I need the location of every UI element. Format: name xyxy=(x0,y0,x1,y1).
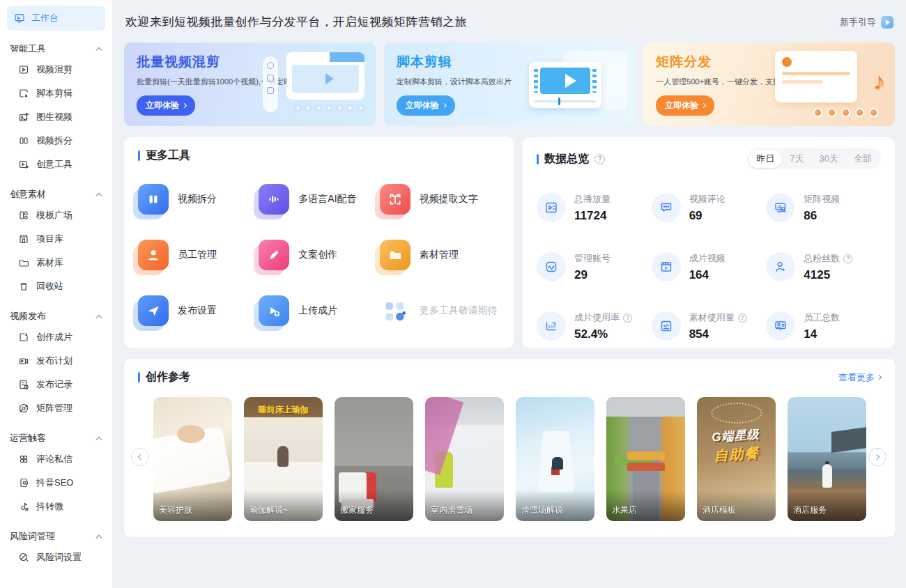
try-now-button[interactable]: 立即体验 xyxy=(656,95,714,116)
banner-batch-video-mix[interactable]: 批量视频混剪 批量剪辑(一天批量剪辑1000个视频),一键定时发布 立即体验 xyxy=(124,42,376,126)
video-card-beauty-skincare[interactable]: 美容护肤 xyxy=(153,397,232,521)
tool-staff-management[interactable]: 员工管理 xyxy=(138,240,259,270)
chevron-right-icon xyxy=(182,103,187,108)
carousel-next-button[interactable] xyxy=(868,448,886,466)
sidebar-item-label: 视频拆分 xyxy=(36,134,72,147)
tool-extract-text[interactable]: 视频提取文字 xyxy=(380,184,500,215)
stat-value: 86 xyxy=(804,209,840,223)
try-now-button[interactable]: 立即体验 xyxy=(397,95,455,116)
sidebar-item-creative-tools[interactable]: 创意工具 xyxy=(7,153,105,176)
sidebar-item-video-mix[interactable]: 视频混剪 xyxy=(7,58,105,82)
banner-matrix-distribution[interactable]: 矩阵分发 一人管理500+账号，一键分发，支持挂载POI 立即体验 ♪ xyxy=(643,42,895,126)
sidebar-item-dou-to-wei[interactable]: 抖转微 xyxy=(7,495,105,518)
comment-dm-icon xyxy=(18,454,29,465)
tool-material-management[interactable]: 素材管理 xyxy=(380,240,500,270)
extract-text-icon xyxy=(380,184,410,215)
help-icon[interactable]: ? xyxy=(623,314,632,323)
carousel-prev-button[interactable] xyxy=(131,448,149,466)
help-icon[interactable]: ? xyxy=(738,314,747,323)
video-title: 瑜伽解说~ xyxy=(249,504,288,516)
total-plays-icon xyxy=(537,193,566,222)
sidebar-item-video-split[interactable]: 视频拆分 xyxy=(7,129,105,153)
sidebar-item-image-to-video[interactable]: 图生视频 xyxy=(7,105,105,129)
more-tools-header: 更多工具 xyxy=(138,148,500,163)
date-range-tabs: 昨日 7天 30天 全部 xyxy=(747,148,881,169)
sidebar-section-smart-tools[interactable]: 智能工具 xyxy=(10,42,102,55)
workspace-monitor-icon xyxy=(14,13,25,24)
video-title: 搬家服务 xyxy=(340,504,374,516)
matrix-videos-icon xyxy=(766,193,795,222)
sidebar-item-material-library[interactable]: 素材库 xyxy=(7,251,105,274)
section-title: 智能工具 xyxy=(10,42,46,55)
template-market-icon xyxy=(18,210,29,221)
script-edit-icon xyxy=(18,88,29,99)
sidebar-item-recycle-bin[interactable]: 回收站 xyxy=(7,274,105,298)
creation-reference-header: 创作参考 xyxy=(138,370,190,385)
chevron-right-icon xyxy=(877,375,882,380)
stat-video-comments: 视频评论69 xyxy=(652,193,767,223)
ai-voice-icon xyxy=(259,184,289,215)
stat-matrix-videos: 矩阵视频86 xyxy=(766,193,881,223)
try-now-button[interactable]: 立即体验 xyxy=(137,95,195,116)
sidebar-section-risk-words[interactable]: 风险词管理 xyxy=(10,530,102,543)
section-title: 风险词管理 xyxy=(10,530,55,543)
tab-all[interactable]: 全部 xyxy=(846,150,880,168)
video-card-moving-service[interactable]: 搬家服务 xyxy=(335,397,413,521)
stat-value: 164 xyxy=(689,268,725,282)
section-marker xyxy=(537,154,539,164)
tool-publish-settings[interactable]: 发布设置 xyxy=(138,295,259,326)
sidebar-item-label: 抖转微 xyxy=(36,500,63,513)
banner-script-edit[interactable]: 脚本剪辑 定制脚本剪辑，设计脚本高效出片 立即体验 xyxy=(384,42,636,126)
tool-label: 多语言AI配音 xyxy=(298,193,356,206)
help-icon[interactable]: ? xyxy=(594,154,605,164)
sidebar-item-comment-dm[interactable]: 评论私信 xyxy=(7,447,105,471)
video-card-indoor-ski[interactable]: 室内滑雪场 xyxy=(425,397,504,521)
video-card-fruit-shop[interactable]: 水果店 xyxy=(606,397,685,521)
tool-more-coming-soon: 更多工具敬请期待 xyxy=(380,295,500,326)
sidebar-section-video-publish[interactable]: 视频发布 xyxy=(10,310,102,323)
help-icon[interactable]: ? xyxy=(843,254,852,263)
video-title: 滑雪场解说 xyxy=(521,504,563,516)
publish-plan-icon xyxy=(18,355,29,366)
stat-label: 成片视频 xyxy=(689,252,725,265)
beginner-guide-button[interactable]: 新手引导 xyxy=(840,16,893,29)
sidebar-item-script-edit[interactable]: 脚本剪辑 xyxy=(7,82,105,105)
video-card-hotel-template[interactable]: G端星级 自助餐 酒店模板 xyxy=(697,397,776,521)
sidebar-item-workspace[interactable]: 工作台 xyxy=(7,6,105,31)
video-card-hotel-service[interactable]: 酒店服务 xyxy=(788,397,866,521)
sidebar-item-publish-record[interactable]: 发布记录 xyxy=(7,373,105,396)
tab-7-days[interactable]: 7天 xyxy=(782,150,811,168)
video-overlay-text: G端星级 自助餐 xyxy=(697,425,776,467)
collapse-caret-icon xyxy=(96,314,102,320)
matrix-management-icon xyxy=(18,403,29,414)
tool-copywriting[interactable]: 文案创作 xyxy=(259,240,379,270)
stat-total-staff: 员工总数14 xyxy=(766,311,881,341)
video-card-ski-commentary[interactable]: 滑雪场解说 xyxy=(516,397,594,521)
sidebar-item-template-market[interactable]: 模板广场 xyxy=(7,203,105,227)
sidebar-section-operation-reach[interactable]: 运营触客 xyxy=(10,432,102,444)
tool-label: 视频拆分 xyxy=(178,193,217,206)
sidebar-item-create-clip[interactable]: 创作成片 xyxy=(7,325,105,349)
video-card-yoga[interactable]: 睡前床上瑜伽 瑜伽解说~ xyxy=(244,397,323,521)
view-more-link[interactable]: 查看更多 xyxy=(838,371,881,384)
banner-row: 批量视频混剪 批量剪辑(一天批量剪辑1000个视频),一键定时发布 立即体验 脚… xyxy=(124,42,895,126)
stat-finished-videos: 成片视频164 xyxy=(652,252,767,282)
create-clip-icon xyxy=(18,332,29,343)
sidebar-item-project-library[interactable]: 项目库 xyxy=(7,227,105,251)
sidebar-item-douyin-seo[interactable]: 抖音SEO xyxy=(7,471,105,495)
cta-label: 立即体验 xyxy=(665,100,698,111)
sidebar-item-risk-word-settings[interactable]: 风险词设置 xyxy=(7,546,105,569)
chevron-left-icon xyxy=(138,454,144,460)
sidebar-section-creative-material[interactable]: 创意素材 xyxy=(10,188,102,201)
video-split-icon xyxy=(138,184,169,215)
tool-label: 素材管理 xyxy=(420,249,459,261)
stat-label: 成片使用率 xyxy=(574,311,620,324)
tool-video-split[interactable]: 视频拆分 xyxy=(138,184,259,215)
sidebar-item-publish-plan[interactable]: 发布计划 xyxy=(7,349,105,373)
tool-upload-video[interactable]: 上传成片 xyxy=(259,295,379,326)
tab-30-days[interactable]: 30天 xyxy=(812,150,846,168)
sidebar-item-matrix-management[interactable]: 矩阵管理 xyxy=(7,396,105,420)
collapse-caret-icon xyxy=(96,436,102,442)
tool-ai-voice[interactable]: 多语言AI配音 xyxy=(259,184,379,215)
tab-yesterday[interactable]: 昨日 xyxy=(748,150,782,168)
